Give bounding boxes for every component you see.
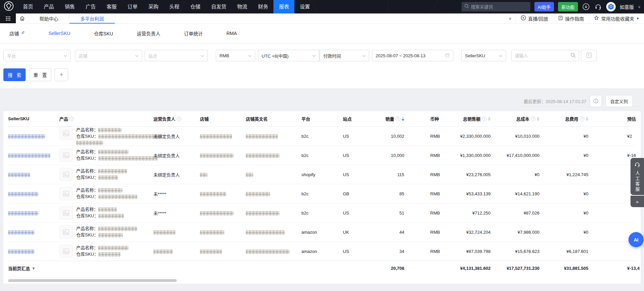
shop-select[interactable]: 店铺 (75, 50, 142, 61)
global-search-input[interactable] (471, 4, 528, 9)
column-header-owner[interactable]: 运营负责人? (153, 116, 200, 122)
nav-item-客服[interactable]: 客服 (101, 0, 122, 13)
column-header-currency[interactable]: 币种 (410, 116, 441, 122)
home-icon[interactable] (16, 13, 29, 23)
column-header-shop_en[interactable]: 店铺英文名 (246, 116, 301, 122)
search-icon[interactable] (570, 53, 576, 59)
tab-multi-platform-profit[interactable]: 多平台利润 (69, 13, 115, 23)
sort-icons[interactable] (537, 117, 539, 121)
sort-asc-icon[interactable] (402, 117, 404, 119)
ai-fab-button[interactable]: AI (628, 232, 644, 247)
scrollbar-thumb[interactable] (8, 279, 177, 282)
apps-grid-icon[interactable] (0, 13, 16, 23)
tab-help-center[interactable]: 帮助中心 (29, 13, 69, 23)
column-header-est[interactable]: 预估 (593, 116, 641, 122)
nav-item-订单[interactable]: 订单 (122, 0, 143, 13)
global-search[interactable] (462, 2, 530, 11)
cell-seller[interactable] (8, 210, 59, 215)
sort-asc-icon[interactable] (586, 117, 588, 119)
nav-item-采购[interactable]: 采购 (143, 0, 164, 13)
cell-seller[interactable] (8, 191, 59, 196)
ai-assistant-button[interactable]: AI助手 (534, 2, 554, 11)
seller-sku-link[interactable] (8, 192, 38, 196)
seller-sku-link[interactable] (8, 134, 45, 139)
help-question-icon[interactable]: ? (531, 117, 535, 121)
headset-icon[interactable] (594, 3, 602, 11)
sort-desc-icon[interactable] (537, 119, 539, 121)
time-type-select[interactable]: 付款时间 (320, 50, 369, 61)
seller-sku-link[interactable] (8, 154, 50, 158)
cell-seller[interactable] (8, 172, 59, 177)
platform-select[interactable]: 平台 (3, 50, 71, 61)
report-tab-仓库SKU[interactable]: 仓库SKU (94, 30, 113, 37)
nav-item-广告[interactable]: 广告 (80, 0, 101, 13)
sort-desc-icon[interactable] (402, 119, 404, 121)
nav-item-首页[interactable]: 首页 (18, 0, 38, 13)
guide-link[interactable]: 操作指南 (553, 13, 589, 23)
seller-sku-link[interactable] (8, 173, 30, 177)
cell-seller[interactable] (8, 249, 59, 254)
chevron-down-icon[interactable]: ∨ (638, 5, 641, 9)
help-question-icon[interactable]: ? (396, 117, 400, 121)
sort-asc-icon[interactable] (537, 117, 539, 119)
avatar[interactable] (606, 2, 616, 11)
help-question-icon[interactable]: ? (580, 117, 584, 121)
favorites-menu[interactable]: 常用功能收藏夹 ▼ (589, 13, 644, 23)
download-icon[interactable] (582, 3, 590, 11)
reset-button[interactable]: 重 置 (29, 68, 51, 81)
add-filter-button[interactable]: + (55, 68, 68, 81)
help-question-icon[interactable]: ? (177, 117, 181, 121)
nav-item-报表[interactable]: 报表 (273, 0, 294, 13)
timezone-select[interactable]: UTC +8(中国) (258, 50, 319, 61)
tab-list-chevron-icon[interactable]: ∨ (504, 16, 516, 21)
customize-columns-button[interactable]: 自定义列 (605, 95, 633, 107)
keyword-input[interactable] (515, 53, 562, 58)
sort-icons[interactable] (402, 117, 404, 121)
batch-input-button[interactable] (581, 50, 597, 61)
report-tab-店铺[interactable]: 店铺 (9, 30, 25, 37)
horizontal-scrollbar[interactable] (8, 279, 636, 282)
collapse-widget-button[interactable]: » (631, 196, 644, 207)
chevron-down-icon[interactable]: ∨ (32, 266, 35, 270)
site-select[interactable]: 站点 (145, 50, 208, 61)
column-header-sales[interactable]: 总销售额? (441, 116, 496, 122)
nav-item-财务[interactable]: 财务 (253, 0, 273, 13)
search-button[interactable]: 搜 索 (3, 68, 26, 81)
currency-select[interactable]: RMB (216, 50, 255, 61)
sort-icons[interactable] (586, 117, 588, 121)
nav-item-仓储[interactable]: 仓储 (185, 0, 206, 13)
nav-item-物流[interactable]: 物流 (232, 0, 253, 13)
sort-desc-icon[interactable] (586, 119, 588, 121)
column-header-seller[interactable]: SellerSKU (8, 116, 59, 121)
seller-sku-link[interactable] (8, 211, 38, 216)
report-tab-运营负责人[interactable]: 运营负责人 (137, 30, 160, 37)
new-feature-button[interactable]: 新功能 (558, 2, 578, 11)
nav-item-销售[interactable]: 销售 (59, 0, 80, 13)
sort-desc-icon[interactable] (488, 119, 491, 121)
column-header-site[interactable]: 站点 (343, 116, 377, 122)
column-header-qty[interactable]: 销量? (377, 116, 410, 122)
column-header-shop[interactable]: 店铺 (200, 116, 246, 122)
nav-item-头程[interactable]: 头程 (164, 0, 185, 13)
info-button[interactable] (590, 95, 602, 107)
live-support-button[interactable]: 人工客服 (631, 158, 644, 195)
seller-sku-link[interactable] (8, 250, 34, 254)
help-question-icon[interactable]: ? (69, 117, 74, 121)
sort-asc-icon[interactable] (488, 117, 491, 119)
report-tab-RMA[interactable]: RMA (226, 31, 237, 36)
nav-item-自发货[interactable]: 自发货 (206, 0, 232, 13)
column-header-fee[interactable]: 总费用? (545, 116, 593, 122)
summary-label[interactable]: 当前页汇总∨ (8, 265, 59, 271)
version-label[interactable]: 如意版 (620, 3, 634, 10)
column-header-platform[interactable]: 平台 (301, 116, 343, 122)
nav-item-产品[interactable]: 产品 (38, 0, 59, 13)
column-header-product[interactable]: 产品? (59, 116, 153, 122)
seller-sku-link[interactable] (8, 230, 34, 235)
report-tab-SellerSKU[interactable]: SellerSKU (49, 31, 70, 36)
date-range-picker[interactable]: 2025-08-07 ~ 2025-08-13 (372, 50, 453, 61)
search-type-select[interactable]: SellerSKU (461, 50, 506, 61)
cell-seller[interactable] (8, 134, 59, 139)
app-logo[interactable] (0, 1, 18, 12)
keyword-search-box[interactable] (511, 50, 579, 61)
sort-icons[interactable] (488, 117, 491, 121)
